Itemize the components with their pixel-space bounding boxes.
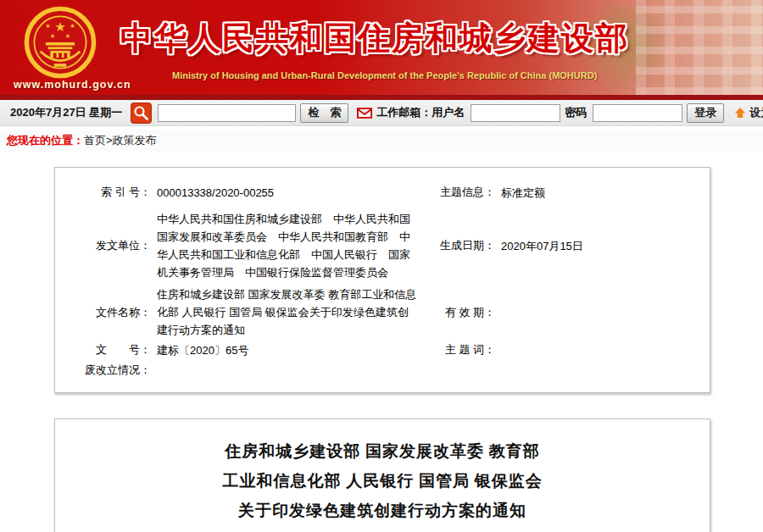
svg-text:★: ★: [65, 32, 70, 40]
meta-label-repeal-status: 废改立情况：: [70, 360, 152, 380]
svg-text:★: ★: [45, 22, 50, 30]
meta-value-validity: [496, 285, 694, 340]
current-date: 2020年7月27日 星期一: [10, 105, 122, 120]
breadcrumb: 您现在的位置：首页>政策发布: [0, 130, 763, 152]
national-emblem-icon: ★ ★ ★ ★ ★: [22, 4, 98, 80]
search-icon: [131, 103, 152, 124]
svg-text:★: ★: [54, 19, 66, 34]
site-subtitle-en: Ministry of Housing and Urban-Rural Deve…: [172, 70, 597, 80]
username-input[interactable]: [471, 104, 560, 122]
doc-title-line-3: 关于印发绿色建筑创建行动方案的通知: [55, 496, 710, 525]
meta-value-keywords: [496, 340, 694, 360]
meta-label-doc-name: 文件名称：: [70, 285, 152, 340]
password-input[interactable]: [593, 104, 682, 122]
meta-row-issuer: 发文单位： 中华人民共和国住房和城乡建设部 中华人民共和国国家发展和改革委员会 …: [70, 207, 694, 285]
password-label: 密码: [565, 105, 587, 120]
meta-value-topic-info: 标准定额: [496, 178, 694, 207]
doc-title-box: 住房和城乡建设部 国家发展改革委 教育部 工业和信息化部 人民银行 国管局 银保…: [54, 418, 710, 532]
meta-label-index: 索 引 号：: [70, 178, 152, 207]
page: ★ ★ ★ ★ ★ www.mohurd.gov.cn 中华人民共和国住房和城乡…: [0, 0, 763, 532]
mail-username-label: 工作邮箱：用户名: [376, 105, 465, 120]
meta-value-date: 2020年07月15日: [496, 207, 694, 285]
search-button[interactable]: 检 索: [300, 103, 348, 123]
breadcrumb-label: 您现在的位置：: [7, 134, 84, 147]
meta-row-index: 索 引 号： 000013338/2020-00255 主题信息： 标准定额: [70, 178, 694, 207]
meta-label-keywords: 主 题 词：: [420, 340, 496, 360]
svg-text:★: ★: [50, 32, 55, 40]
meta-value-repeal-status: [152, 360, 420, 380]
site-header: ★ ★ ★ ★ ★ www.mohurd.gov.cn 中华人民共和国住房和城乡…: [0, 0, 763, 95]
set-home-link[interactable]: 设为首页: [734, 105, 763, 120]
svg-text:★: ★: [70, 22, 75, 30]
meta-row-doc-number: 文 号： 建标〔2020〕65号 主 题 词：: [70, 340, 694, 360]
mail-icon: [357, 108, 372, 119]
toolbar-right-links: 设为首页 收藏本站: [724, 105, 763, 120]
login-button[interactable]: 登录: [687, 103, 724, 123]
site-title: 中华人民共和国住房和城乡建设部: [120, 17, 629, 60]
meta-value-issuer: 中华人民共和国住房和城乡建设部 中华人民共和国国家发展和改革委员会 中华人民共和…: [152, 207, 420, 285]
building-photo: [636, 0, 763, 95]
toolbar: 2020年7月27日 星期一 检 索 工作邮箱：用户名 密码 登录: [0, 100, 763, 126]
search-input[interactable]: [158, 104, 296, 122]
breadcrumb-path[interactable]: 首页>政策发布: [84, 134, 157, 147]
home-icon[interactable]: [734, 107, 746, 119]
doc-title-line-2: 工业和信息化部 人民银行 国管局 银保监会: [55, 466, 710, 496]
doc-meta-box: 索 引 号： 000013338/2020-00255 主题信息： 标准定额 发…: [54, 167, 710, 393]
meta-value-index: 000013338/2020-00255: [152, 178, 420, 207]
meta-label-date: 生成日期：: [420, 207, 496, 285]
meta-value-doc-name: 住房和城乡建设部 国家发展改革委 教育部工业和信息化部 人民银行 国管局 银保监…: [152, 285, 420, 340]
meta-label-issuer: 发文单位：: [70, 207, 152, 285]
meta-label-doc-number: 文 号：: [70, 340, 152, 360]
main-content: 索 引 号： 000013338/2020-00255 主题信息： 标准定额 发…: [54, 167, 710, 532]
meta-row-repeal-status: 废改立情况：: [70, 360, 694, 380]
doc-meta-table: 索 引 号： 000013338/2020-00255 主题信息： 标准定额 发…: [70, 178, 694, 380]
site-url: www.mohurd.gov.cn: [14, 79, 131, 91]
doc-title-line-1: 住房和城乡建设部 国家发展改革委 教育部: [55, 436, 710, 466]
meta-value-doc-number: 建标〔2020〕65号: [152, 340, 420, 360]
meta-label-topic-info: 主题信息：: [420, 178, 496, 207]
set-home-label[interactable]: 设为首页: [749, 105, 763, 120]
meta-label-validity: 有 效 期：: [420, 285, 496, 340]
meta-row-doc-name: 文件名称： 住房和城乡建设部 国家发展改革委 教育部工业和信息化部 人民银行 国…: [70, 285, 694, 340]
